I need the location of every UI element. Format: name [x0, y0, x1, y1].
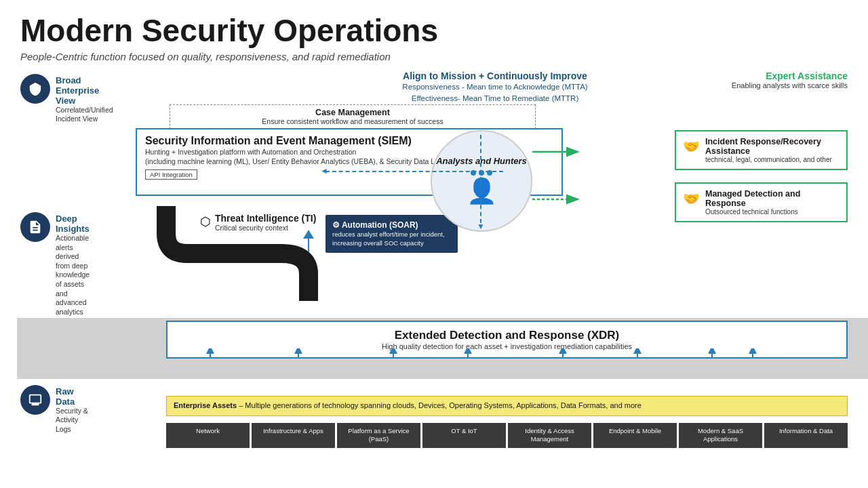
deep-insights-label: Deep Insights Actionable alerts derived …	[56, 212, 92, 317]
monitor-icon	[20, 385, 50, 415]
main-content: Broad Enterprise View Correlated/Unified…	[20, 70, 848, 453]
svg-marker-0	[303, 230, 314, 239]
mdr-text: Managed Detection and Response Outsource…	[705, 189, 840, 216]
category-pill: OT & IoT	[422, 423, 506, 448]
person-icon: 👤	[467, 177, 497, 205]
document-icon	[20, 212, 50, 242]
mdr-icon: 🤝	[683, 190, 700, 207]
vertical-dotted-arrow	[480, 135, 481, 223]
category-pill: Endpoint & Mobile	[593, 423, 677, 448]
deep-insights-item: Deep Insights Actionable alerts derived …	[20, 212, 92, 317]
page: Modern Security Operations People-Centri…	[0, 0, 868, 488]
left-icons-column: Broad Enterprise View Correlated/Unified…	[20, 70, 92, 453]
page-title: Modern Security Operations	[20, 14, 848, 48]
category-pill: Network	[166, 423, 250, 448]
assets-band: Enterprise Assets – Multiple generations…	[166, 396, 848, 415]
expert-assistance-box: Expert Assistance Enabling analysts with…	[692, 70, 848, 89]
raw-data-label: Raw Data Security & Activity Logs	[56, 385, 92, 434]
assets-text: Enterprise Assets – Multiple generations…	[174, 401, 840, 411]
shield-icon	[20, 74, 50, 104]
siem-analysts-arrow	[326, 171, 503, 172]
ir-text: Incident Response/Recovery Assistance te…	[705, 137, 840, 163]
incident-response-box: 🤝 Incident Response/Recovery Assistance …	[675, 130, 848, 170]
xdr-arrows-svg	[183, 348, 760, 362]
green-arrows-svg	[532, 138, 587, 206]
flow-path-svg	[132, 125, 417, 328]
category-pill: Identity & Access Management	[508, 423, 591, 448]
category-pill: Modern & SaaS Applications	[679, 423, 762, 448]
ir-icon: 🤝	[683, 138, 700, 155]
category-pill: Infrastructure & Apps	[252, 423, 335, 448]
align-box: Align to Mission + Continuously Improve …	[312, 70, 678, 105]
categories-row: NetworkInfrastructure & AppsPlatform as …	[166, 423, 848, 448]
center-area: Align to Mission + Continuously Improve …	[95, 70, 848, 453]
category-pill: Platform as a Service (PaaS)	[337, 423, 420, 448]
page-subtitle: People-Centric function focused on quali…	[20, 51, 848, 62]
category-pill: Information & Data	[764, 423, 848, 448]
raw-data-item: Raw Data Security & Activity Logs	[20, 385, 92, 434]
mdr-box: 🤝 Managed Detection and Response Outsour…	[675, 182, 848, 222]
analysts-circle: Analysts and Hunters 👤	[431, 130, 532, 232]
